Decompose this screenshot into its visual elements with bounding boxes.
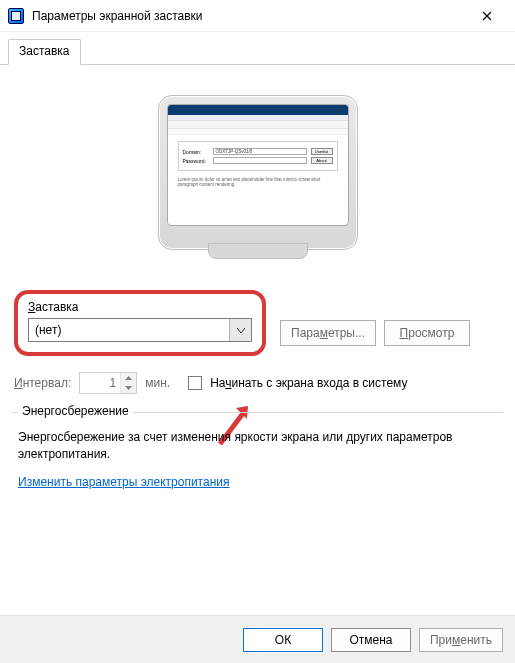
preview-field-domain: ODXTJP-QSv01/0 bbox=[213, 148, 307, 155]
dialog-footer: ОК Отмена Применить bbox=[0, 615, 515, 663]
screensaver-select-chevron[interactable] bbox=[229, 319, 251, 341]
settings-button[interactable]: Параметры... bbox=[280, 320, 376, 346]
titlebar: Параметры экранной заставки bbox=[0, 0, 515, 32]
preview-label-domain: Domain: bbox=[183, 149, 209, 155]
apply-button[interactable]: Применить bbox=[419, 628, 503, 652]
interval-unit: мин. bbox=[145, 376, 170, 390]
login-screen-checkbox-label: Начинать с экрана входа в систему bbox=[210, 376, 407, 390]
login-screen-checkbox[interactable] bbox=[188, 376, 202, 390]
window-title: Параметры экранной заставки bbox=[32, 9, 465, 23]
spin-up[interactable] bbox=[121, 373, 136, 383]
preview-field-password bbox=[213, 157, 307, 164]
power-legend: Энергосбережение bbox=[18, 404, 133, 418]
page-body: Domain: ODXTJP-QSv01/0 Userlist Password… bbox=[0, 65, 515, 499]
screensaver-row: Заставка (нет) Параметры... Просмотр bbox=[12, 290, 503, 356]
chevron-up-icon bbox=[125, 376, 132, 380]
interval-row: Интервал: мин. Начинать с экрана входа в… bbox=[14, 372, 501, 394]
close-button[interactable] bbox=[465, 2, 509, 30]
highlight-annotation: Заставка (нет) bbox=[14, 290, 266, 356]
screensaver-select-value: (нет) bbox=[29, 321, 229, 339]
power-settings-link[interactable]: Изменить параметры электропитания bbox=[18, 475, 229, 489]
cancel-button[interactable]: Отмена bbox=[331, 628, 411, 652]
tab-screensaver[interactable]: Заставка bbox=[8, 39, 81, 65]
screensaver-label: Заставка bbox=[28, 300, 252, 314]
power-text: Энергосбережение за счет изменения яркос… bbox=[18, 429, 497, 464]
spin-down[interactable] bbox=[121, 383, 136, 393]
interval-spinner[interactable] bbox=[79, 372, 137, 394]
preview-btn-about: About bbox=[311, 157, 333, 164]
tab-strip: Заставка bbox=[0, 32, 515, 65]
preview-area: Domain: ODXTJP-QSv01/0 Userlist Password… bbox=[12, 73, 503, 290]
preview-button[interactable]: Просмотр bbox=[384, 320, 470, 346]
ok-button[interactable]: ОК bbox=[243, 628, 323, 652]
power-group: Энергосбережение Энергосбережение за сче… bbox=[12, 412, 503, 499]
preview-screen: Domain: ODXTJP-QSv01/0 Userlist Password… bbox=[167, 104, 349, 226]
preview-label-password: Password: bbox=[183, 158, 209, 164]
close-icon bbox=[482, 11, 492, 21]
chevron-down-icon bbox=[237, 328, 245, 333]
preview-btn-userlist: Userlist bbox=[311, 148, 333, 155]
interval-input[interactable] bbox=[80, 373, 120, 393]
screensaver-select[interactable]: (нет) bbox=[28, 318, 252, 342]
chevron-down-icon bbox=[125, 386, 132, 390]
preview-monitor: Domain: ODXTJP-QSv01/0 Userlist Password… bbox=[158, 95, 358, 250]
screensaver-icon bbox=[8, 8, 24, 24]
interval-label: Интервал: bbox=[14, 376, 71, 390]
